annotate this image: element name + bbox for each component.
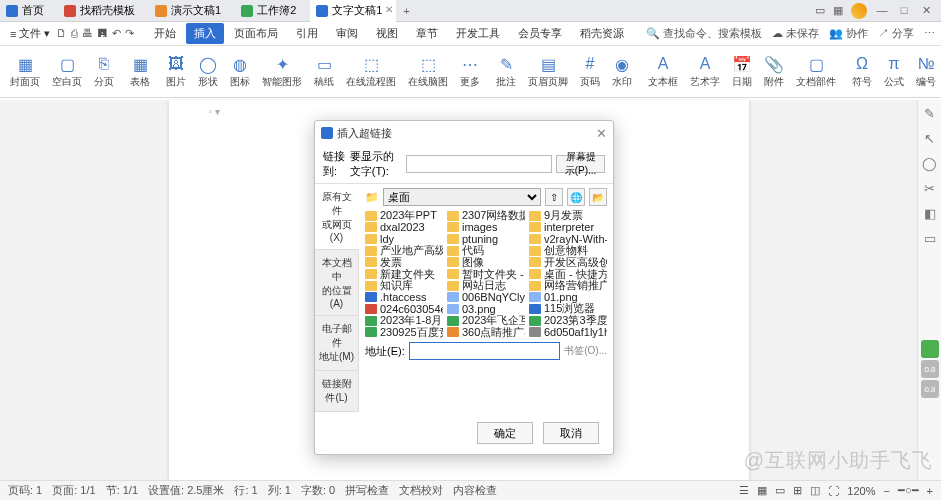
- clip-icon[interactable]: ✂: [924, 181, 935, 196]
- qat-button[interactable]: ↷: [125, 27, 134, 40]
- ribbon-水印[interactable]: ◉水印: [606, 48, 638, 96]
- file-item[interactable]: 024c603054e...: [365, 303, 443, 315]
- ribbon-空白页[interactable]: ▢空白页: [46, 48, 88, 96]
- screen-tip-button[interactable]: 屏幕提示(P)...: [556, 155, 605, 173]
- file-item[interactable]: images: [447, 222, 525, 234]
- file-item[interactable]: dxal2023: [365, 222, 443, 234]
- file-item[interactable]: v2rayN-With-...: [529, 233, 607, 245]
- file-item[interactable]: 2023年1-8月...: [365, 315, 443, 327]
- ribbon-在线脑图[interactable]: ⬚在线脑图: [402, 48, 454, 96]
- file-item[interactable]: 2307网络数据: [447, 210, 525, 222]
- doc-tab[interactable]: 工作簿2: [235, 0, 310, 22]
- file-item[interactable]: 01.png: [529, 291, 607, 303]
- file-item[interactable]: 6d050af1ly1hi...: [529, 326, 607, 338]
- file-item[interactable]: 网络营销推广...: [529, 280, 607, 292]
- browse-file-button[interactable]: 📂: [589, 188, 607, 206]
- ribbon-tab[interactable]: 会员专享: [510, 23, 570, 44]
- ribbon-分页[interactable]: ⎘分页: [88, 48, 120, 96]
- view-icon[interactable]: ▭: [775, 484, 785, 497]
- file-item[interactable]: 开发区高级创...: [529, 257, 607, 269]
- ribbon-tab[interactable]: 稻壳资源: [572, 23, 632, 44]
- avatar[interactable]: [851, 3, 867, 19]
- qat-button[interactable]: 🖶: [82, 27, 93, 40]
- ribbon-tab[interactable]: 页面布局: [226, 23, 286, 44]
- tag-icon[interactable]: ◧: [924, 206, 936, 221]
- path-select[interactable]: 桌面: [383, 188, 541, 206]
- ribbon-形状[interactable]: ◯形状: [192, 48, 224, 96]
- file-item[interactable]: ptuning: [447, 233, 525, 245]
- ribbon-页眉页脚[interactable]: ▤页眉页脚: [522, 48, 574, 96]
- ribbon-图片[interactable]: 🖼图片: [160, 48, 192, 96]
- view-icon[interactable]: ⊞: [793, 484, 802, 497]
- linkto-tab[interactable]: 电子邮件地址(M): [315, 316, 358, 371]
- view-icon[interactable]: ◫: [810, 484, 820, 497]
- new-tab-button[interactable]: +: [396, 5, 416, 17]
- address-input[interactable]: [409, 342, 560, 360]
- box-icon[interactable]: ▭: [924, 231, 936, 246]
- ribbon-tab[interactable]: 引用: [288, 23, 326, 44]
- ribbon-表格[interactable]: ▦表格: [124, 48, 156, 96]
- ribbon-批注[interactable]: ✎批注: [490, 48, 522, 96]
- file-item[interactable]: 9月发票: [529, 210, 607, 222]
- file-item[interactable]: interpreter: [529, 222, 607, 234]
- file-item[interactable]: 发票: [365, 257, 443, 269]
- pencil-icon[interactable]: ✎: [924, 106, 935, 121]
- ribbon-tab[interactable]: 开发工具: [448, 23, 508, 44]
- ribbon-智能图形[interactable]: ✦智能图形: [256, 48, 308, 96]
- ribbon-tab[interactable]: 视图: [368, 23, 406, 44]
- file-item[interactable]: 代码: [447, 245, 525, 257]
- file-item[interactable]: 图像: [447, 257, 525, 269]
- file-item[interactable]: 115浏览器: [529, 303, 607, 315]
- ribbon-文本框[interactable]: A文本框: [642, 48, 684, 96]
- maximize-button[interactable]: □: [897, 4, 911, 18]
- file-item[interactable]: 暂时文件夹 - 快...: [447, 268, 525, 280]
- file-item[interactable]: 新建文件夹: [365, 268, 443, 280]
- ribbon-页码[interactable]: #页码: [574, 48, 606, 96]
- zoom-slider[interactable]: ━○━: [898, 484, 919, 497]
- ribbon-图标[interactable]: ◍图标: [224, 48, 256, 96]
- file-item[interactable]: ldy: [365, 233, 443, 245]
- doc-tab[interactable]: 文字文稿1✕: [310, 0, 396, 22]
- file-item[interactable]: 2023年飞企互...: [447, 315, 525, 327]
- ribbon-文档部件[interactable]: ▢文档部件: [790, 48, 842, 96]
- more-icon[interactable]: ⋯: [924, 27, 935, 40]
- file-item[interactable]: 03.png: [447, 303, 525, 315]
- file-item[interactable]: 知识库: [365, 280, 443, 292]
- file-item[interactable]: 230925百度竞...: [365, 326, 443, 338]
- apps-icon[interactable]: ▦: [833, 4, 843, 17]
- linkto-tab[interactable]: 链接附件(L): [315, 371, 358, 412]
- search-box[interactable]: 🔍 查找命令、搜索模板: [646, 26, 762, 41]
- file-item[interactable]: 创意物料: [529, 245, 607, 257]
- browse-web-button[interactable]: 🌐: [567, 188, 585, 206]
- file-item[interactable]: .htaccess: [365, 291, 443, 303]
- grid-icon[interactable]: ▭: [815, 4, 825, 17]
- ribbon-公式[interactable]: π公式: [878, 48, 910, 96]
- qat-button[interactable]: ⎙: [71, 27, 78, 40]
- ribbon-附件[interactable]: 📎附件: [758, 48, 790, 96]
- ribbon-在线流程图[interactable]: ⬚在线流程图: [340, 48, 402, 96]
- file-item[interactable]: 006BNqYCly1...: [447, 291, 525, 303]
- doc-tab[interactable]: 首页: [0, 0, 58, 22]
- zoom-out-icon[interactable]: −: [883, 485, 889, 497]
- zoom-in-icon[interactable]: +: [927, 485, 933, 497]
- doc-tab[interactable]: 找稻壳模板: [58, 0, 149, 22]
- ribbon-符号[interactable]: Ω符号: [846, 48, 878, 96]
- ribbon-艺术字[interactable]: A艺术字: [684, 48, 726, 96]
- display-text-input[interactable]: [406, 155, 552, 173]
- qat-button[interactable]: 🖪: [97, 27, 108, 40]
- file-item[interactable]: 2023年PPT: [365, 210, 443, 222]
- file-item[interactable]: 360点睛推广客...: [447, 326, 525, 338]
- file-item[interactable]: 网站日志: [447, 280, 525, 292]
- file-item[interactable]: 2023第3季度...: [529, 315, 607, 327]
- tab-close-icon[interactable]: ✕: [384, 5, 394, 15]
- cancel-button[interactable]: 取消: [543, 422, 599, 444]
- ribbon-tab[interactable]: 开始: [146, 23, 184, 44]
- ribbon-tab[interactable]: 审阅: [328, 23, 366, 44]
- file-item[interactable]: 桌面 - 快捷方式: [529, 268, 607, 280]
- up-folder-button[interactable]: ⇧: [545, 188, 563, 206]
- view-icon[interactable]: ▦: [757, 484, 767, 497]
- ribbon-稿纸[interactable]: ▭稿纸: [308, 48, 340, 96]
- zoom-value[interactable]: 120%: [847, 485, 875, 497]
- qat-button[interactable]: 🗋: [56, 27, 67, 40]
- ribbon-封面页[interactable]: ▦封面页: [4, 48, 46, 96]
